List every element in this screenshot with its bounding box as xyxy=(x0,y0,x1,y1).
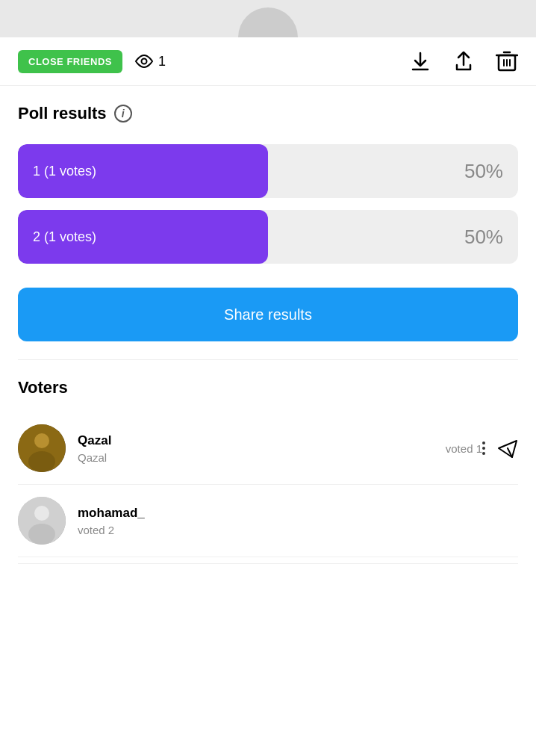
svg-point-17 xyxy=(28,524,55,545)
poll-results-title: Poll results xyxy=(18,104,107,123)
share-results-button[interactable]: Share results xyxy=(18,288,518,341)
download-icon[interactable] xyxy=(409,50,431,72)
qazal-avatar-img xyxy=(18,424,66,472)
svg-point-0 xyxy=(141,59,146,64)
voter-vote-mohamad: voted 2 xyxy=(78,524,518,536)
svg-point-11 xyxy=(34,433,49,448)
voters-title: Voters xyxy=(18,378,518,397)
voter-item-qazal: Qazal Qazal voted 1 xyxy=(18,412,518,485)
close-friends-badge: CLOSE FRIENDS xyxy=(18,50,122,73)
share-icon[interactable] xyxy=(452,50,475,72)
send-message-icon-qazal[interactable] xyxy=(497,438,518,459)
voter-name-qazal: Qazal xyxy=(78,433,434,448)
svg-point-12 xyxy=(28,451,55,472)
poll-option-2-percent: 50% xyxy=(464,226,503,249)
views-count: 1 xyxy=(134,54,166,69)
delete-icon[interactable] xyxy=(496,49,518,73)
voter-name-mohamad: mohamad_ xyxy=(78,506,518,521)
poll-option-1-label: 1 (1 votes) xyxy=(18,164,96,179)
profile-avatar xyxy=(238,7,298,37)
poll-results-header: Poll results i xyxy=(18,104,518,123)
dot xyxy=(482,441,485,444)
poll-option-2-label: 2 (1 votes) xyxy=(18,229,96,245)
section-divider xyxy=(18,359,518,360)
voter-username-qazal: Qazal xyxy=(78,451,434,464)
main-content: Poll results i 1 (1 votes) 50% 2 (1 vote… xyxy=(0,86,536,360)
eye-icon xyxy=(134,54,154,69)
voter-avatar-mohamad xyxy=(18,497,66,545)
voter-info-mohamad: mohamad_ voted 2 xyxy=(78,506,518,536)
voter-info-qazal: Qazal Qazal xyxy=(78,433,434,464)
voter-menu-qazal[interactable] xyxy=(482,441,485,455)
profile-header xyxy=(0,0,536,37)
bottom-divider xyxy=(18,563,518,564)
mohamad-avatar-img xyxy=(18,497,66,545)
poll-option-2: 2 (1 votes) 50% xyxy=(18,210,518,264)
svg-point-16 xyxy=(34,506,49,521)
poll-option-1-percent: 50% xyxy=(464,160,503,183)
voter-vote-qazal: voted 1 xyxy=(446,442,482,455)
voter-avatar-qazal xyxy=(18,424,66,472)
voter-item-mohamad: mohamad_ voted 2 xyxy=(18,485,518,557)
info-icon[interactable]: i xyxy=(114,105,132,123)
dot xyxy=(482,452,485,455)
toolbar: CLOSE FRIENDS 1 xyxy=(0,37,536,86)
dot xyxy=(482,447,485,450)
toolbar-actions xyxy=(409,49,518,73)
voter-actions-qazal xyxy=(482,438,518,459)
poll-options: 1 (1 votes) 50% 2 (1 votes) 50% xyxy=(18,144,518,264)
poll-option-1: 1 (1 votes) 50% xyxy=(18,144,518,198)
views-number: 1 xyxy=(158,54,166,69)
voters-section: Voters Qazal Qazal voted 1 xyxy=(0,378,536,557)
